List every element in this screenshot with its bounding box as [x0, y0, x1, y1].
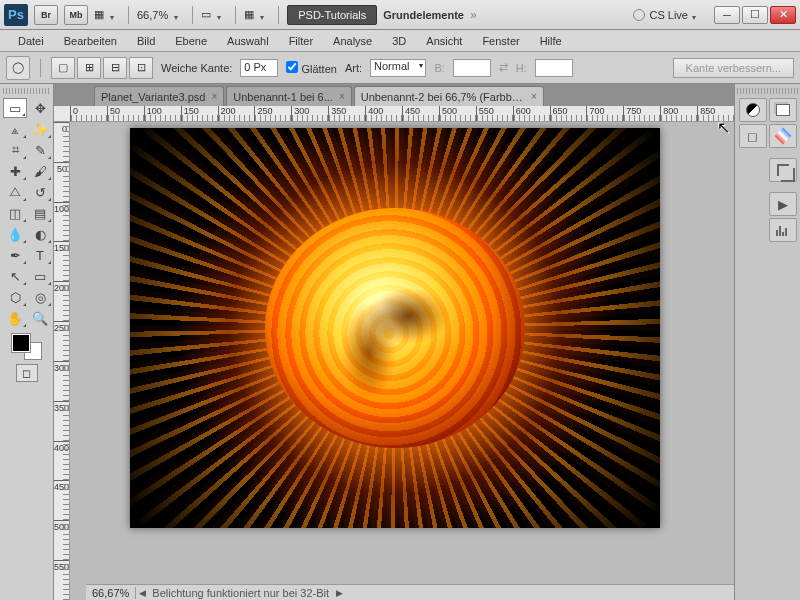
cs-live-icon: [633, 9, 645, 21]
foreground-color[interactable]: [12, 334, 30, 352]
adjustments-panel-icon[interactable]: [739, 98, 767, 122]
shape-tool[interactable]: ▭: [28, 266, 52, 286]
maximize-button[interactable]: ☐: [742, 6, 768, 24]
menu-3d[interactable]: 3D: [382, 33, 416, 49]
zoom-tool[interactable]: 🔍: [28, 308, 52, 328]
title-zoom-level[interactable]: 66,7%: [137, 9, 168, 21]
status-zoom[interactable]: 66,67%: [86, 587, 136, 599]
move-tool[interactable]: ✥: [28, 98, 52, 118]
eraser-tool[interactable]: ◫: [3, 203, 27, 223]
status-bar: 66,67% ◀ Belichtung funktioniert nur bei…: [86, 584, 734, 600]
layers-panel-icon[interactable]: [769, 98, 797, 122]
ruler-tick: 100: [144, 106, 181, 121]
hand-tool[interactable]: ✋: [3, 308, 27, 328]
width-input: [453, 59, 491, 77]
artwork-explosion: [130, 128, 660, 528]
crop-tool[interactable]: ⌗: [3, 140, 27, 160]
quick-mask-button[interactable]: ◻: [16, 364, 38, 382]
antialias-checkbox[interactable]: Glätten: [286, 61, 337, 75]
photoshop-logo: Ps: [4, 4, 28, 26]
tool-palette: ▭ ✥ ⟁ ✨ ⌗ ✎ ✚ 🖌 ⧍ ↺ ◫ ▤ 💧 ◐ ✒ T ↖ ▭ ⬡ ◎ …: [0, 84, 54, 600]
ruler-tick: 400: [54, 441, 69, 481]
3d-camera-tool[interactable]: ◎: [28, 287, 52, 307]
history-panel-icon[interactable]: [769, 218, 797, 242]
panel-dock-handle[interactable]: [737, 88, 798, 94]
stamp-tool[interactable]: ⧍: [3, 182, 27, 202]
pen-tool[interactable]: ✒: [3, 245, 27, 265]
ruler-tick: 250: [54, 321, 69, 361]
sel-new-button[interactable]: ▢: [51, 57, 75, 79]
lasso-tool[interactable]: ⟁: [3, 119, 27, 139]
ruler-tick: 150: [54, 241, 69, 281]
menu-ansicht[interactable]: Ansicht: [416, 33, 472, 49]
path-select-tool[interactable]: ↖: [3, 266, 27, 286]
current-tool-icon[interactable]: ◯: [6, 56, 30, 80]
tab-planet[interactable]: Planet_Variante3.psd×: [94, 86, 224, 106]
workspace-badge[interactable]: PSD-Tutorials: [287, 5, 377, 25]
menu-ebene[interactable]: Ebene: [165, 33, 217, 49]
brush-tool[interactable]: 🖌: [28, 161, 52, 181]
tab-unbenannt1[interactable]: Unbenannt-1 bei 6...×: [226, 86, 352, 106]
menu-datei[interactable]: Datei: [8, 33, 54, 49]
workspace-more-icon[interactable]: »: [470, 8, 477, 22]
type-tool[interactable]: T: [28, 245, 52, 265]
color-swatches[interactable]: [12, 334, 42, 360]
ruler-tick: 0: [70, 106, 107, 121]
menu-hilfe[interactable]: Hilfe: [530, 33, 572, 49]
close-icon[interactable]: ×: [531, 91, 537, 102]
tab-unbenannt2[interactable]: Unbenannt-2 bei 66,7% (Farbbalance 1, Eb…: [354, 86, 544, 106]
swap-wh-icon: ⇄: [499, 61, 508, 74]
ruler-tick: 450: [402, 106, 439, 121]
menu-fenster[interactable]: Fenster: [472, 33, 529, 49]
close-icon[interactable]: ×: [339, 91, 345, 102]
menu-bild[interactable]: Bild: [127, 33, 165, 49]
menu-auswahl[interactable]: Auswahl: [217, 33, 279, 49]
history-brush-tool[interactable]: ↺: [28, 182, 52, 202]
canvas[interactable]: [130, 128, 660, 528]
menu-bar: Datei Bearbeiten Bild Ebene Auswahl Filt…: [0, 30, 800, 52]
feather-label: Weiche Kante:: [161, 62, 232, 74]
heal-tool[interactable]: ✚: [3, 161, 27, 181]
status-prev-icon[interactable]: ◀: [136, 588, 148, 598]
close-icon[interactable]: ×: [211, 91, 217, 102]
workspace-name[interactable]: Grundelemente: [383, 9, 464, 21]
3d-object-tool[interactable]: ⬡: [3, 287, 27, 307]
refine-edge-button[interactable]: Kante verbessern...: [673, 58, 794, 78]
extras-button[interactable]: ▦: [244, 8, 270, 21]
navigator-panel-icon[interactable]: [769, 158, 797, 182]
close-button[interactable]: ✕: [770, 6, 796, 24]
arrange-docs-button[interactable]: ▦: [94, 8, 120, 21]
ruler-tick: 0: [54, 122, 69, 162]
canvas-viewport[interactable]: 66,67% ◀ Belichtung funktioniert nur bei…: [70, 122, 734, 600]
dodge-tool[interactable]: ◐: [28, 224, 52, 244]
ruler-tick: 150: [181, 106, 218, 121]
masks-panel-icon[interactable]: ◻: [739, 124, 767, 148]
minibridge-button[interactable]: Mb: [64, 5, 88, 25]
ruler-tick: 50: [107, 106, 144, 121]
feather-input[interactable]: 0 Px: [240, 59, 278, 77]
sel-add-button[interactable]: ⊞: [77, 57, 101, 79]
eyedropper-tool[interactable]: ✎: [28, 140, 52, 160]
ruler-tick: 500: [439, 106, 476, 121]
gradient-tool[interactable]: ▤: [28, 203, 52, 223]
marquee-tool[interactable]: ▭: [3, 98, 27, 118]
blur-tool[interactable]: 💧: [3, 224, 27, 244]
menu-bearbeiten[interactable]: Bearbeiten: [54, 33, 127, 49]
bridge-button[interactable]: Br: [34, 5, 58, 25]
minimize-button[interactable]: ─: [714, 6, 740, 24]
menu-filter[interactable]: Filter: [279, 33, 323, 49]
ruler-horizontal[interactable]: 0501001502002503003504004505005506006507…: [54, 106, 734, 122]
wand-tool[interactable]: ✨: [28, 119, 52, 139]
menu-analyse[interactable]: Analyse: [323, 33, 382, 49]
actions-panel-icon[interactable]: ▶: [769, 192, 797, 216]
style-select[interactable]: Normal: [370, 59, 426, 77]
cs-live-button[interactable]: CS Live: [633, 9, 702, 21]
status-next-icon[interactable]: ▶: [333, 588, 345, 598]
ruler-vertical[interactable]: 050100150200250300350400450500550: [54, 122, 70, 600]
sel-sub-button[interactable]: ⊟: [103, 57, 127, 79]
color-panel-icon[interactable]: [769, 124, 797, 148]
ruler-tick: 800: [660, 106, 697, 121]
screen-mode-button[interactable]: ▭: [201, 8, 227, 21]
sel-intersect-button[interactable]: ⊡: [129, 57, 153, 79]
tool-palette-handle[interactable]: [3, 88, 50, 94]
